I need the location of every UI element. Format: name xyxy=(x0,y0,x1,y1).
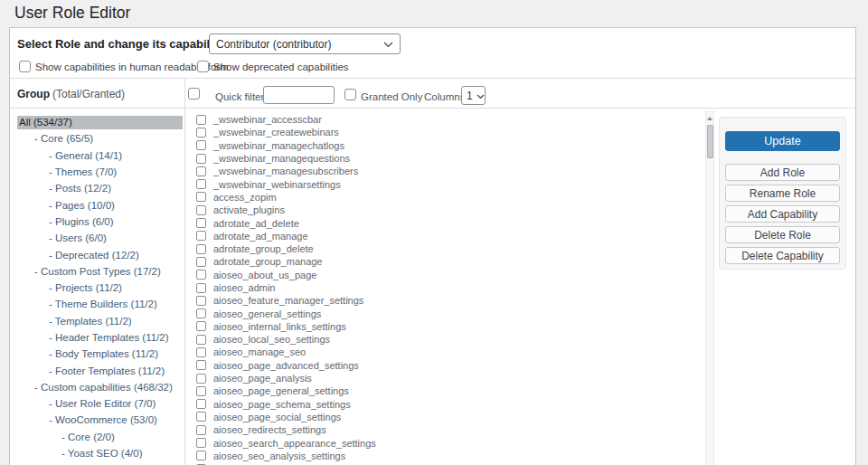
capability-label: adrotate_ad_manage xyxy=(213,231,308,242)
capability-row: _wswebinar_managesubscribers xyxy=(184,165,705,177)
capability-label: _wswebinar_managequestions xyxy=(213,153,350,164)
tree-item[interactable]: - Header Templates (11/2) xyxy=(10,329,184,346)
capability-checkbox[interactable] xyxy=(196,115,206,125)
capability-row: aioseo_internal_links_settings xyxy=(184,320,705,333)
add-role-button[interactable]: Add Role xyxy=(725,164,840,181)
tree-item[interactable]: - Projects (11/2) xyxy=(10,280,184,296)
capability-checkbox[interactable] xyxy=(196,205,206,215)
capability-checkbox[interactable] xyxy=(196,425,206,435)
capability-checkbox[interactable] xyxy=(196,296,206,306)
capability-row: aioseo_page_social_settings xyxy=(184,411,705,423)
deprecated-checkbox[interactable] xyxy=(197,61,209,72)
capability-label: aioseo_about_us_page xyxy=(213,270,316,280)
capability-checkbox[interactable] xyxy=(196,231,206,241)
capability-row: aioseo_about_us_page xyxy=(184,269,705,281)
capability-row: _wswebinar_accesscbar xyxy=(184,113,705,126)
capability-checkbox[interactable] xyxy=(196,360,206,370)
tree-item-label: - Deprecated (12/2) xyxy=(10,250,139,261)
tree-item[interactable]: - Body Templates (11/2) xyxy=(10,346,184,362)
capability-checkbox[interactable] xyxy=(196,270,206,280)
chevron-down-icon xyxy=(383,38,393,51)
capability-checkbox[interactable] xyxy=(196,257,206,267)
tree-item[interactable]: - Pages (10/0) xyxy=(10,196,184,213)
capability-checkbox[interactable] xyxy=(196,154,206,164)
role-select-value: Contributor (contributor) xyxy=(216,38,331,51)
capability-checkbox[interactable] xyxy=(196,192,206,202)
capability-checkbox[interactable] xyxy=(196,399,206,409)
capability-checkbox[interactable] xyxy=(196,128,206,138)
tree-item[interactable]: - General (14/1) xyxy=(10,147,184,164)
add-capability-button[interactable]: Add Capability xyxy=(725,205,840,223)
tree-item[interactable]: - User Role Editor (7/0) xyxy=(10,395,184,412)
capability-row: aioseo_local_seo_settings xyxy=(184,333,705,346)
tree-item[interactable]: - Users (6/0) xyxy=(10,230,184,246)
capability-checkbox[interactable] xyxy=(196,438,206,448)
capability-row: aioseo_page_general_settings xyxy=(184,384,705,397)
capability-label: aioseo_general_settings xyxy=(213,308,321,319)
tree-item[interactable]: - Deprecated (12/2) xyxy=(10,246,184,262)
capability-row: aioseo_general_settings xyxy=(184,307,705,319)
capability-checkbox[interactable] xyxy=(196,218,206,228)
capability-row: activate_plugins xyxy=(184,204,705,216)
capability-checkbox[interactable] xyxy=(196,308,206,318)
capability-label: aioseo_redirects_settings xyxy=(213,424,326,435)
delete-role-button[interactable]: Delete Role xyxy=(725,226,840,243)
select-role-label: Select Role and change its capabilities: xyxy=(17,37,237,51)
capability-checkbox[interactable] xyxy=(196,386,206,396)
capability-checkbox[interactable] xyxy=(196,347,206,357)
capability-label: aioseo_seo_analysis_settings xyxy=(213,451,345,461)
capability-label: aioseo_internal_links_settings xyxy=(213,321,346,332)
tree-item[interactable]: - Custom capabilities (468/32) xyxy=(10,379,184,395)
tree-item-label: - Header Templates (11/2) xyxy=(10,332,169,343)
columns-select-value: 1 xyxy=(467,90,473,102)
capability-row: adrotate_group_delete xyxy=(184,242,705,255)
capability-checkbox[interactable] xyxy=(196,374,206,384)
scrollbar-thumb[interactable] xyxy=(707,125,713,158)
capability-checkbox[interactable] xyxy=(196,412,206,422)
tree-item[interactable]: - Core (65/5) xyxy=(10,130,184,147)
capability-checkbox[interactable] xyxy=(196,179,206,189)
group-header: Group(Total/Granted) xyxy=(17,88,125,100)
capability-label: _wswebinar_webinarsettings xyxy=(213,179,341,190)
tree-item[interactable]: - Theme Builders (11/2) xyxy=(10,296,184,312)
columns-select[interactable]: 1 xyxy=(461,86,486,105)
capability-label: aioseo_page_advanced_settings xyxy=(213,360,359,371)
capability-row: aioseo_page_analysis xyxy=(184,372,705,384)
human-readable-checkbox[interactable] xyxy=(19,61,31,72)
tree-item[interactable]: - Posts (12/2) xyxy=(10,180,184,196)
capability-checkbox[interactable] xyxy=(196,166,206,176)
capability-checkbox[interactable] xyxy=(196,140,206,150)
capability-checkbox[interactable] xyxy=(196,244,206,254)
capability-label: aioseo_search_appearance_settings xyxy=(213,438,376,449)
capability-label: adrotate_group_delete xyxy=(213,243,314,254)
capability-checkbox[interactable] xyxy=(196,335,206,345)
capability-checkbox[interactable] xyxy=(196,451,206,460)
capability-label: aioseo_manage_seo xyxy=(213,346,306,357)
capability-row: aioseo_page_advanced_settings xyxy=(184,359,705,372)
role-select[interactable]: Contributor (contributor) xyxy=(209,33,401,54)
capability-checkbox[interactable] xyxy=(196,321,206,331)
granted-only-checkbox[interactable] xyxy=(344,89,356,100)
delete-capability-button[interactable]: Delete Capability xyxy=(725,247,840,264)
tree-item[interactable]: All (534/37) xyxy=(10,114,184,130)
update-button[interactable]: Update xyxy=(725,131,840,151)
quick-filter-input[interactable] xyxy=(263,86,335,104)
tree-item[interactable]: - WooCommerce (53/0) xyxy=(10,412,184,428)
tree-item[interactable]: - Plugins (6/0) xyxy=(10,214,184,230)
tree-item[interactable]: - Themes (7/0) xyxy=(10,164,184,180)
triangle-up-icon xyxy=(707,117,712,120)
tree-item[interactable]: - Core (2/0) xyxy=(10,429,184,445)
capability-label: aioseo_page_general_settings xyxy=(213,385,349,396)
scroll-up-button[interactable] xyxy=(706,115,713,122)
capability-checkbox[interactable] xyxy=(196,283,206,293)
select-all-checkbox[interactable] xyxy=(188,88,200,100)
tree-item[interactable]: - Footer Templates (11/2) xyxy=(10,362,184,378)
tree-item[interactable]: - Yoast SEO (4/0) xyxy=(10,445,184,461)
tree-item[interactable]: - Templates (11/2) xyxy=(10,313,184,329)
tree-item-label: - Theme Builders (11/2) xyxy=(10,299,157,309)
capability-row: _wswebinar_managechatlogs xyxy=(184,139,705,152)
tree-item[interactable]: - Custom Post Types (17/2) xyxy=(10,263,184,280)
tree-item-label: - Posts (12/2) xyxy=(10,183,111,194)
rename-role-button[interactable]: Rename Role xyxy=(725,185,840,202)
capability-list-scrollbar[interactable] xyxy=(705,111,714,465)
